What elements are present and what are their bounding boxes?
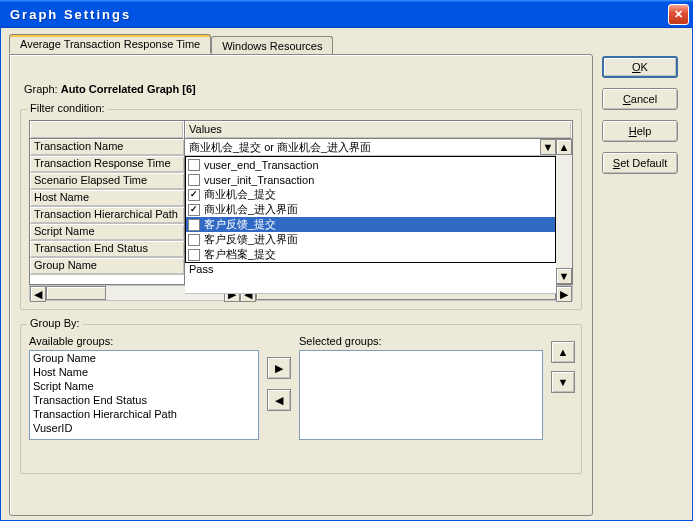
scroll-thumb[interactable]: [46, 286, 106, 300]
graph-name: Auto Correlated Graph [6]: [61, 83, 196, 95]
tab-windows-resources[interactable]: Windows Resources: [211, 36, 333, 55]
dd-item[interactable]: 商业机会_进入界面: [186, 202, 555, 217]
checkbox-icon[interactable]: [188, 234, 200, 246]
group-area: Available groups: Group Name Host Name S…: [29, 335, 573, 440]
window-title: Graph Settings: [4, 7, 668, 22]
values-vscrollbar[interactable]: ▲ ▼: [556, 139, 572, 284]
filter-legend: Filter condition:: [27, 102, 108, 114]
filter-row-end-status[interactable]: Transaction End Status: [30, 241, 184, 258]
filter-names-header: [30, 121, 184, 139]
ok-button[interactable]: OK: [602, 56, 678, 78]
move-buttons: ▶ ◀: [267, 357, 291, 411]
dd-item[interactable]: 客户反馈_进入界面: [186, 232, 555, 247]
transaction-name-combo[interactable]: 商业机会_提交 or 商业机会_进入界面 ▼: [185, 139, 556, 156]
combo-text: 商业机会_提交 or 商业机会_进入界面: [185, 139, 540, 155]
order-buttons: ▲ ▼: [551, 341, 575, 393]
filter-fieldset: Filter condition: Transaction Name Trans…: [20, 109, 582, 310]
filter-row-group-name[interactable]: Group Name: [30, 258, 184, 275]
filter-row-transaction-name[interactable]: Transaction Name: [30, 139, 184, 156]
filter-row-hierarchical-path[interactable]: Transaction Hierarchical Path: [30, 207, 184, 224]
checkbox-icon[interactable]: [188, 174, 200, 186]
chevron-right-icon: ▶: [560, 288, 568, 301]
move-left-button[interactable]: ◀: [267, 389, 291, 411]
move-up-button[interactable]: ▲: [551, 341, 575, 363]
checkbox-icon[interactable]: [188, 249, 200, 261]
list-item[interactable]: VuserID: [30, 421, 258, 435]
value-row-end-status: Pass: [185, 262, 556, 277]
filter-row-script-name[interactable]: Script Name: [30, 224, 184, 241]
scroll-left-button[interactable]: ◀: [30, 286, 46, 302]
chevron-down-icon: ▼: [558, 376, 569, 388]
groupby-legend: Group By:: [27, 317, 83, 329]
values-col: 商业机会_提交 or 商业机会_进入界面 ▼ vuser_end_Transac…: [185, 139, 556, 284]
list-item[interactable]: Group Name: [30, 351, 258, 365]
list-item[interactable]: Host Name: [30, 365, 258, 379]
filter-row-elapsed-time[interactable]: Scenario Elapsed Time: [30, 173, 184, 190]
close-icon: ✕: [674, 8, 683, 21]
scroll-up-button[interactable]: ▲: [556, 139, 572, 155]
values-area: 商业机会_提交 or 商业机会_进入界面 ▼ vuser_end_Transac…: [185, 139, 572, 284]
groupby-fieldset: Group By: Available groups: Group Name H…: [20, 324, 582, 474]
chevron-left-icon: ◀: [275, 394, 283, 407]
chevron-right-icon: ▶: [275, 362, 283, 375]
filter-names-column: Transaction Name Transaction Response Ti…: [30, 121, 185, 284]
dd-item[interactable]: vuser_end_Transaction: [186, 157, 555, 172]
chevron-left-icon: ◀: [34, 288, 42, 301]
graph-label: Graph:: [24, 83, 58, 95]
list-item[interactable]: Transaction Hierarchical Path: [30, 407, 258, 421]
dd-item[interactable]: 客户反馈_提交: [186, 217, 555, 232]
close-button[interactable]: ✕: [668, 4, 689, 25]
dd-item[interactable]: 商业机会_提交: [186, 187, 555, 202]
chevron-down-icon: ▼: [559, 270, 570, 282]
client-area: OK Cancel Help Set Default Average Trans…: [0, 28, 693, 521]
cancel-button[interactable]: Cancel: [602, 88, 678, 110]
selected-label: Selected groups:: [299, 335, 543, 347]
selected-listbox[interactable]: [299, 350, 543, 440]
dd-item[interactable]: 客户档案_提交: [186, 247, 555, 262]
list-item[interactable]: Script Name: [30, 379, 258, 393]
scroll-right-button[interactable]: ▶: [556, 286, 572, 302]
filter-values-header: Values: [185, 121, 572, 139]
available-listbox[interactable]: Group Name Host Name Script Name Transac…: [29, 350, 259, 440]
move-right-button[interactable]: ▶: [267, 357, 291, 379]
list-item[interactable]: Transaction End Status: [30, 393, 258, 407]
tab-strip: Average Transaction Response Time Window…: [9, 34, 333, 53]
dialog-buttons: OK Cancel Help Set Default: [602, 56, 678, 174]
filter-row-host-name[interactable]: Host Name: [30, 190, 184, 207]
checkbox-icon[interactable]: [188, 159, 200, 171]
empty-value-row: [185, 277, 556, 294]
transaction-dropdown[interactable]: vuser_end_Transaction vuser_init_Transac…: [185, 156, 556, 263]
set-default-button[interactable]: Set Default: [602, 152, 678, 174]
filter-values-column: Values 商业机会_提交 or 商业机会_进入界面 ▼ vuser_end_…: [185, 121, 572, 284]
scroll-down-button[interactable]: ▼: [556, 268, 572, 284]
graph-label-row: Graph: Auto Correlated Graph [6]: [24, 83, 582, 95]
filter-row-response-time[interactable]: Transaction Response Time: [30, 156, 184, 173]
move-down-button[interactable]: ▼: [551, 371, 575, 393]
checkbox-icon[interactable]: [188, 189, 200, 201]
chevron-up-icon: ▲: [559, 141, 570, 153]
checkbox-icon[interactable]: [188, 219, 200, 231]
tab-panel: Graph: Auto Correlated Graph [6] Filter …: [9, 54, 593, 516]
combo-dropdown-button[interactable]: ▼: [540, 139, 556, 155]
checkbox-icon[interactable]: [188, 204, 200, 216]
tab-avg-response[interactable]: Average Transaction Response Time: [9, 34, 211, 53]
chevron-up-icon: ▲: [558, 346, 569, 358]
title-bar: Graph Settings ✕: [0, 0, 693, 28]
available-label: Available groups:: [29, 335, 259, 347]
filter-grid: Transaction Name Transaction Response Ti…: [29, 120, 573, 285]
selected-col: Selected groups:: [299, 335, 543, 440]
available-col: Available groups: Group Name Host Name S…: [29, 335, 259, 440]
chevron-down-icon: ▼: [543, 141, 554, 153]
help-button[interactable]: Help: [602, 120, 678, 142]
scroll-track[interactable]: [556, 155, 572, 268]
dd-item[interactable]: vuser_init_Transaction: [186, 172, 555, 187]
